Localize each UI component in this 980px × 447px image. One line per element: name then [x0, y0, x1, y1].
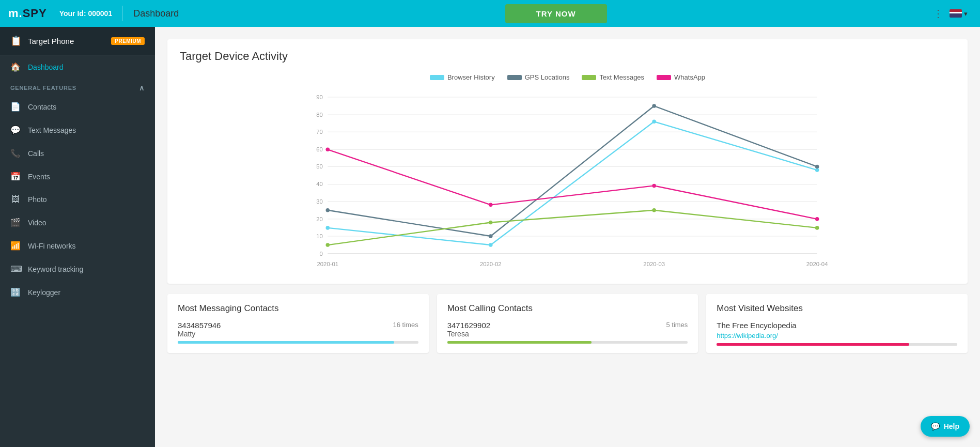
video-icon: 🎬	[10, 218, 21, 227]
activity-chart-svg: .axis-label { font: 12px Arial; fill: #9…	[180, 87, 955, 273]
website-bar	[717, 343, 909, 346]
top-header: m.SPY Your Id: 000001 Dashboard TRY NOW …	[0, 0, 980, 27]
section-label: GENERAL FEATURES	[10, 85, 76, 91]
calling-contacts-card: Most Calling Contacts 5 times 3471629902…	[437, 294, 698, 353]
website-url[interactable]: https://wikipedia.org/	[717, 332, 778, 340]
websites-card: Most Visited Websites The Free Encyclope…	[706, 294, 968, 353]
header-center: Dashboard TRY NOW	[112, 4, 933, 23]
messaging-number: 3434857946	[178, 321, 418, 330]
logo-spy: SPY	[23, 7, 47, 20]
keyword-icon: ⌨	[10, 264, 21, 274]
phone-call-icon: 📞	[10, 148, 21, 158]
calling-name: Teresa	[447, 330, 688, 338]
calendar-icon: 📅	[10, 172, 21, 181]
keylogger-icon: 🔡	[10, 287, 21, 297]
us-flag-icon	[950, 9, 962, 18]
svg-point-39	[652, 184, 656, 188]
main-content: Target Device Activity Browser History G…	[155, 27, 980, 447]
sidebar-dashboard-label: Dashboard	[28, 63, 64, 71]
svg-point-38	[489, 203, 493, 207]
messaging-card-title: Most Messaging Contacts	[178, 303, 418, 314]
chart-title: Target Device Activity	[180, 50, 955, 63]
sidebar-item-wifi[interactable]: 📶 Wi-Fi networks	[0, 234, 155, 257]
try-now-button[interactable]: TRY NOW	[505, 4, 607, 23]
language-selector[interactable]: ▾	[950, 9, 968, 18]
chart-svg-container: .axis-label { font: 12px Arial; fill: #9…	[180, 87, 955, 275]
section-chevron-icon[interactable]: ∧	[139, 84, 145, 92]
sidebar-item-calls[interactable]: 📞 Calls	[0, 142, 155, 165]
svg-point-29	[326, 208, 330, 212]
target-phone-label: Target Phone	[28, 37, 105, 45]
legend-color-text	[582, 75, 596, 80]
svg-point-36	[815, 226, 819, 230]
legend-color-gps	[507, 75, 522, 80]
sidebar-text-messages-label: Text Messages	[28, 126, 76, 134]
legend-gps: GPS Locations	[507, 73, 570, 81]
svg-text:2020-01: 2020-01	[317, 261, 338, 267]
website-row: The Free Encyclopedia https://wikipedia.…	[717, 321, 957, 340]
user-id: Your Id: 000001	[59, 9, 112, 18]
sidebar-item-contacts[interactable]: 📄 Contacts	[0, 95, 155, 118]
svg-point-33	[326, 243, 330, 247]
legend-whatsapp: WhatsApp	[657, 73, 705, 81]
sidebar-photo-label: Photo	[28, 195, 47, 204]
calling-number: 3471629902	[447, 321, 688, 330]
svg-point-30	[489, 234, 493, 238]
sidebar-keyword-label: Keyword tracking	[28, 265, 83, 273]
legend-label-text: Text Messages	[599, 73, 644, 81]
help-button[interactable]: 💬 Help	[921, 416, 970, 437]
chart-legend: Browser History GPS Locations Text Messa…	[180, 73, 955, 81]
target-phone-bar: 📋 Target Phone PREMIUM	[0, 27, 155, 55]
sidebar-events-label: Events	[28, 173, 50, 181]
legend-label-gps: GPS Locations	[525, 73, 570, 81]
sidebar-keylogger-label: Keylogger	[28, 288, 60, 297]
sidebar-calls-label: Calls	[28, 149, 44, 158]
svg-point-31	[652, 104, 656, 108]
help-label: Help	[944, 422, 959, 430]
svg-text:40: 40	[316, 181, 323, 187]
svg-point-35	[652, 208, 656, 212]
premium-badge: PREMIUM	[111, 37, 145, 45]
legend-text-messages: Text Messages	[582, 73, 644, 81]
sidebar: 📋 Target Phone PREMIUM 🏠 Dashboard GENER…	[0, 27, 155, 447]
dots-menu-icon[interactable]: ⋮	[933, 7, 943, 20]
sidebar-item-keylogger[interactable]: 🔡 Keylogger	[0, 281, 155, 304]
activity-chart-card: Target Device Activity Browser History G…	[167, 39, 968, 284]
website-name: The Free Encyclopedia	[717, 321, 957, 330]
sidebar-item-events[interactable]: 📅 Events	[0, 165, 155, 188]
messaging-contacts-card: Most Messaging Contacts 16 times 3434857…	[167, 294, 429, 353]
messaging-times: 16 times	[393, 321, 418, 329]
svg-text:2020-02: 2020-02	[480, 261, 502, 267]
legend-color-browser	[430, 75, 444, 80]
svg-text:20: 20	[316, 216, 323, 222]
svg-text:60: 60	[316, 146, 323, 152]
messaging-name: Matty	[178, 330, 418, 338]
svg-text:2020-04: 2020-04	[806, 261, 828, 267]
messaging-bar	[178, 341, 394, 344]
sidebar-item-video[interactable]: 🎬 Video	[0, 211, 155, 234]
chevron-down-icon: ▾	[964, 10, 968, 18]
svg-text:0: 0	[319, 251, 322, 257]
calling-card-title: Most Calling Contacts	[447, 303, 688, 314]
layout: 📋 Target Phone PREMIUM 🏠 Dashboard GENER…	[0, 27, 980, 447]
sidebar-item-photo[interactable]: 🖼 Photo	[0, 188, 155, 211]
header-dashboard-title: Dashboard	[133, 8, 179, 19]
legend-label-whatsapp: WhatsApp	[674, 73, 705, 81]
svg-text:70: 70	[316, 129, 323, 135]
sidebar-item-keyword[interactable]: ⌨ Keyword tracking	[0, 257, 155, 281]
contacts-icon: 📄	[10, 102, 21, 112]
line-browser-history	[328, 121, 817, 245]
calling-bar-bg	[447, 341, 688, 344]
svg-text:2020-03: 2020-03	[643, 261, 665, 267]
legend-color-whatsapp	[657, 75, 671, 80]
sidebar-item-text-messages[interactable]: 💬 Text Messages	[0, 118, 155, 142]
svg-point-34	[489, 221, 493, 225]
sidebar-item-dashboard[interactable]: 🏠 Dashboard	[0, 55, 155, 79]
messaging-bar-bg	[178, 341, 418, 344]
svg-point-32	[815, 165, 819, 169]
svg-point-26	[489, 243, 493, 247]
svg-point-37	[326, 148, 330, 152]
phone-icon: 📋	[10, 35, 22, 47]
general-features-section: GENERAL FEATURES ∧	[0, 79, 155, 95]
line-text-messages	[328, 210, 817, 245]
